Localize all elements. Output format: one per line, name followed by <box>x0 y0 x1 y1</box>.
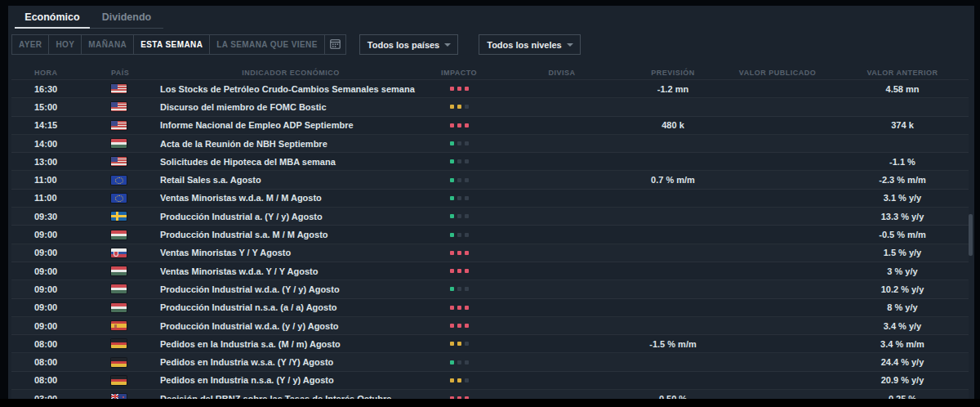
event-name: Solicitudes de Hipoteca del MBA semana <box>160 157 421 167</box>
forecast-cell: -1.2 mn <box>627 84 719 94</box>
country-flag-icon <box>111 339 127 348</box>
previous-cell: 3.4 % m/m <box>836 339 969 349</box>
table-row[interactable]: 09:00 Producción Industrial n.s.a. (a / … <box>11 299 969 317</box>
forecast-cell: -1.5 % m/m <box>627 339 719 349</box>
table-row[interactable]: 11:00 Retail Sales s.a. Agosto 0.7 % m/m… <box>11 171 969 189</box>
table-row[interactable]: 11:00 Ventas Minoristas w.d.a. M / M Ago… <box>11 190 969 208</box>
tab-dividendo[interactable]: Dividendo <box>90 11 163 23</box>
impact-indicator <box>421 87 497 91</box>
range-button-manana[interactable]: MAÑANA <box>82 35 134 54</box>
table-row[interactable]: 09:00 Ventas Minoristas Y / Y Agosto 1.5… <box>11 244 969 262</box>
previous-cell: -1.1 % <box>836 157 969 167</box>
impact-indicator <box>421 306 497 310</box>
event-time: 09:00 <box>11 302 90 312</box>
forecast-cell: 480 k <box>627 120 719 130</box>
previous-cell: 24.4 % y/y <box>836 357 969 367</box>
event-name: Pedidos en la Industria s.a. (M / m) Ago… <box>160 339 421 349</box>
country-filter-dropdown[interactable]: Todos los países <box>359 34 458 55</box>
inactive-tab-underline <box>90 28 163 29</box>
impact-indicator <box>421 324 497 328</box>
event-time: 09:00 <box>11 266 90 276</box>
table-body: 16:30 Los Stocks de Petróleo Crudo-Cambi… <box>11 79 969 399</box>
event-time: 09:00 <box>11 321 90 331</box>
table-row[interactable]: 03:00 Decisión del RBNZ sobre las Tasas … <box>11 390 969 399</box>
country-flag-icon <box>111 102 127 111</box>
previous-cell: 20.9 % y/y <box>836 375 969 385</box>
previous-cell: 374 k <box>836 120 969 130</box>
filter-bar: AYER HOY MAÑANA ESTA SEMANA LA SEMANA QU… <box>11 34 974 55</box>
event-time: 15:00 <box>11 102 90 112</box>
column-header-impacto: IMPACTO <box>421 69 497 77</box>
previous-cell: 8 % y/y <box>836 302 969 312</box>
column-header-divisa: DIVISA <box>497 69 627 77</box>
country-flag-icon <box>111 139 127 148</box>
country-flag-icon <box>111 266 127 275</box>
event-name: Ventas Minoristas w.d.a. M / M Agosto <box>160 193 421 203</box>
column-header-indicador: INDICADOR ECONÓMICO <box>160 69 421 77</box>
event-name: Retail Sales s.a. Agosto <box>160 175 421 185</box>
table-row[interactable]: 08:00 Pedidos en la Industria s.a. (M / … <box>11 335 969 353</box>
event-name: Los Stocks de Petróleo Crudo-Cambios Sem… <box>160 84 421 94</box>
vertical-scrollbar-thumb[interactable] <box>969 214 973 256</box>
range-button-hoy[interactable]: HOY <box>49 35 82 54</box>
table-row[interactable]: 09:00 Ventas Minoristas w.d.a. Y / Y Ago… <box>11 262 969 280</box>
event-time: 08:00 <box>11 375 90 385</box>
range-button-ayer[interactable]: AYER <box>12 35 49 54</box>
impact-indicator <box>421 159 497 163</box>
range-button-esta-semana[interactable]: ESTA SEMANA <box>134 35 210 54</box>
table-row[interactable]: 09:00 Producción Industrial w.d.a. (y / … <box>11 317 969 335</box>
calendar-picker-button[interactable] <box>325 35 345 54</box>
impact-indicator <box>421 342 497 346</box>
event-name: Acta de la Reunión de NBH Septiembre <box>160 139 421 149</box>
impact-indicator <box>421 233 497 237</box>
previous-cell: 4.58 mn <box>836 84 969 94</box>
impact-indicator <box>421 141 497 145</box>
table-header: HORA PAÍS INDICADOR ECONÓMICO IMPACTO DI… <box>11 65 969 79</box>
column-header-valor-anterior: VALOR ANTERIOR <box>836 69 969 77</box>
event-time: 13:00 <box>11 157 90 167</box>
event-time: 08:00 <box>11 339 90 349</box>
event-time: 09:00 <box>11 284 90 294</box>
country-flag-icon <box>111 303 127 312</box>
economic-calendar-panel: Económico Dividendo AYER HOY MAÑANA ESTA… <box>8 6 974 399</box>
previous-cell: 10.2 % y/y <box>836 284 969 294</box>
event-time: 11:00 <box>11 175 90 185</box>
table-row[interactable]: 09:00 Producción Industrial w.d.a. (Y / … <box>11 280 969 298</box>
level-filter-dropdown[interactable]: Todos los niveles <box>479 34 581 55</box>
forecast-cell: 0.7 % m/m <box>627 175 719 185</box>
event-time: 11:00 <box>11 193 90 203</box>
tab-economico[interactable]: Económico <box>15 11 90 23</box>
event-name: Informe Nacional de Empleo ADP Septiembr… <box>160 120 421 130</box>
date-range-segmented-control: AYER HOY MAÑANA ESTA SEMANA LA SEMANA QU… <box>11 34 346 55</box>
country-flag-icon <box>111 284 127 293</box>
table-row[interactable]: 08:00 Pedidos en Industria n.s.a. (Y / y… <box>11 372 969 390</box>
event-time: 08:00 <box>11 357 90 367</box>
chevron-down-icon <box>567 43 573 47</box>
impact-indicator <box>421 214 497 218</box>
event-time: 09:30 <box>11 212 90 221</box>
event-name: Pedidos en Industria n.s.a. (Y / y) Agos… <box>160 375 421 385</box>
table-row[interactable]: 14:00 Acta de la Reunión de NBH Septiemb… <box>11 135 969 153</box>
country-flag-icon <box>111 230 127 239</box>
country-flag-icon <box>111 321 127 330</box>
event-name: Pedidos en Industria w.s.a. (Y /Y) Agost… <box>160 357 421 367</box>
country-flag-icon <box>111 248 127 257</box>
range-button-semana-que-viene[interactable]: LA SEMANA QUE VIENE <box>210 35 325 54</box>
table-row[interactable]: 16:30 Los Stocks de Petróleo Crudo-Cambi… <box>11 80 969 98</box>
previous-cell: -0.5 % m/m <box>836 230 969 239</box>
event-name: Producción Industrial a. (Y / y) Agosto <box>160 212 421 221</box>
calendar-icon <box>330 38 341 51</box>
table-row[interactable]: 09:30 Producción Industrial a. (Y / y) A… <box>11 208 969 226</box>
table-row[interactable]: 13:00 Solicitudes de Hipoteca del MBA se… <box>11 153 969 171</box>
table-row[interactable]: 15:00 Discurso del miembro de FOMC Bosti… <box>11 98 969 116</box>
country-filter-value: Todos los países <box>368 40 439 50</box>
level-filter-value: Todos los niveles <box>487 40 562 50</box>
table-row[interactable]: 14:15 Informe Nacional de Empleo ADP Sep… <box>11 117 969 135</box>
event-time: 16:30 <box>11 84 90 94</box>
bottom-frame-bar <box>0 399 980 407</box>
previous-cell: 13.3 % y/y <box>836 212 969 221</box>
table-row[interactable]: 08:00 Pedidos en Industria w.s.a. (Y /Y)… <box>11 353 969 371</box>
table-row[interactable]: 09:00 Producción Industrial s.a. M / M A… <box>11 226 969 244</box>
event-time: 14:00 <box>11 139 90 149</box>
country-flag-icon <box>111 121 127 130</box>
